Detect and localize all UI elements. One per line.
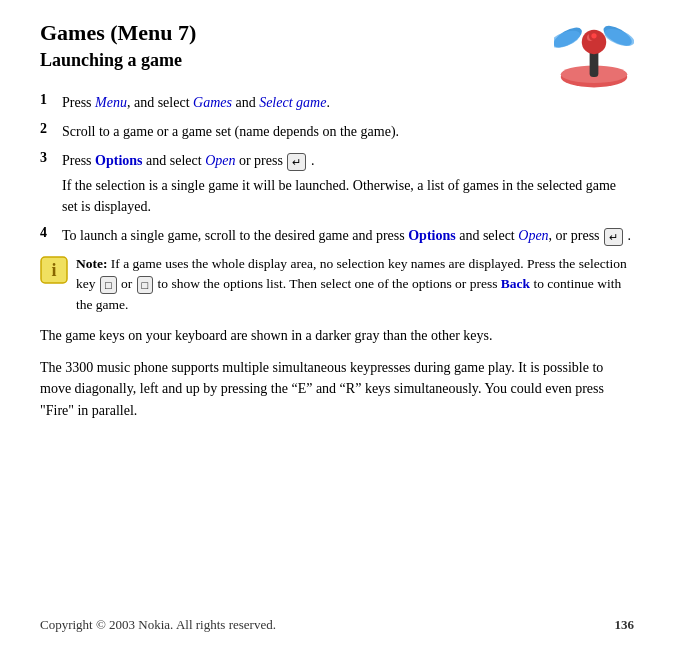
header-area: Games (Menu 7) Launching a game	[40, 20, 634, 90]
open-link-1[interactable]: Open	[205, 153, 235, 168]
footer: Copyright © 2003 Nokia. All rights reser…	[0, 617, 674, 633]
step-3: 3 Press Options and select Open or press…	[40, 150, 634, 217]
right-key: □	[137, 276, 154, 295]
games-link[interactable]: Games	[193, 95, 232, 110]
scroll-key-1: ↵	[287, 153, 306, 172]
note-box: i Note: If a game uses the whole display…	[40, 254, 634, 315]
joystick-icon	[554, 20, 634, 90]
step-4-number: 4	[40, 225, 62, 241]
step-2-text: Scroll to a game or a game set (name dep…	[62, 121, 634, 142]
step-1-text: Press Menu, and select Games and Select …	[62, 92, 634, 113]
note-text: Note: If a game uses the whole display a…	[76, 254, 634, 315]
page-title: Games (Menu 7)	[40, 20, 196, 46]
options-link-1[interactable]: Options	[95, 153, 142, 168]
step-3-text: Press Options and select Open or press ↵…	[62, 150, 634, 217]
select-game-link[interactable]: Select game	[259, 95, 326, 110]
footer-copyright: Copyright © 2003 Nokia. All rights reser…	[40, 617, 276, 633]
section-title: Launching a game	[40, 50, 196, 71]
menu-link-1[interactable]: Menu	[95, 95, 127, 110]
svg-point-10	[591, 33, 596, 38]
options-link-2[interactable]: Options	[408, 228, 455, 243]
back-link[interactable]: Back	[501, 276, 530, 291]
left-key: □	[100, 276, 117, 295]
header-text: Games (Menu 7) Launching a game	[40, 20, 196, 81]
paragraph-2: The 3300 music phone supports multiple s…	[40, 357, 634, 422]
note-label: Note:	[76, 256, 107, 271]
footer-page-number: 136	[615, 617, 635, 633]
step-1-number: 1	[40, 92, 62, 108]
step-3-number: 3	[40, 150, 62, 166]
paragraph-1: The game keys on your keyboard are shown…	[40, 325, 634, 347]
scroll-key-2: ↵	[604, 228, 623, 247]
step-2-number: 2	[40, 121, 62, 137]
note-icon: i	[40, 256, 68, 284]
svg-text:i: i	[51, 260, 56, 280]
content-area: 1 Press Menu, and select Games and Selec…	[40, 92, 634, 422]
step-2: 2 Scroll to a game or a game set (name d…	[40, 121, 634, 142]
step-1: 1 Press Menu, and select Games and Selec…	[40, 92, 634, 113]
step-3-continuation: If the selection is a single game it wil…	[62, 175, 634, 217]
step-4: 4 To launch a single game, scroll to the…	[40, 225, 634, 246]
step-4-text: To launch a single game, scroll to the d…	[62, 225, 634, 246]
open-link-2[interactable]: Open	[518, 228, 548, 243]
